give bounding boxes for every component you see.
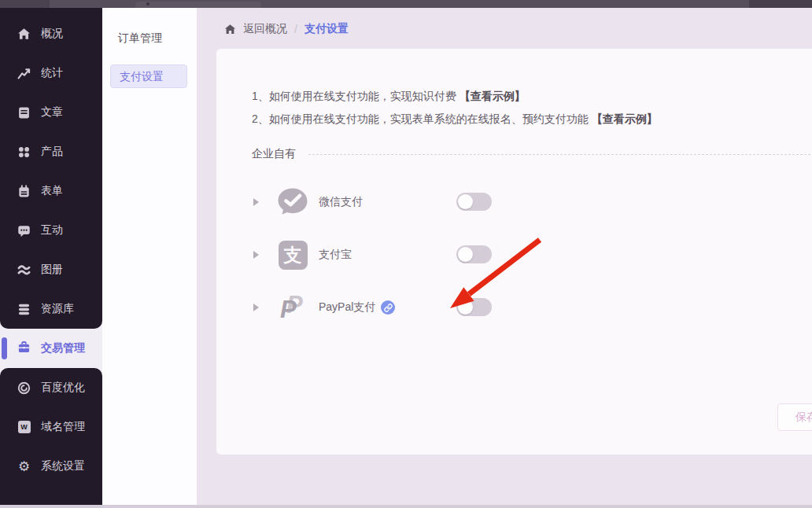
sidebar-item-domains[interactable]: W 域名管理 [0,407,102,447]
paypal-toggle[interactable] [456,298,492,316]
sidebar-item-label: 互动 [41,223,63,237]
sidebar-item-label: 系统设置 [41,459,85,473]
payment-settings-card: 1、如何使用在线支付功能，实现知识付费 【查看示例】 2、如何使用在线支付功能，… [216,49,812,455]
paypal-icon: P P [276,291,309,324]
sidebar-item-label: 域名管理 [41,420,85,434]
sidebar-item-statistics[interactable]: 统计 [0,53,102,93]
domain-letter: W [18,421,31,433]
toggle-knob [458,247,473,262]
sidebar-item-settings[interactable]: ⚙ 系统设置 [0,447,102,486]
home-icon[interactable] [224,24,236,35]
stats-icon [17,67,31,80]
chevron-right-icon[interactable] [253,251,259,259]
home-icon [17,28,31,41]
secondary-sidebar: 订单管理 支付设置 [102,8,197,505]
breadcrumb-separator: / [294,23,297,35]
sidebar-item-products[interactable]: 产品 [0,132,102,171]
sidebar-item-label: 表单 [41,184,63,198]
briefcase-icon [17,341,31,356]
view-example-link-2[interactable]: 【查看示例】 [592,112,658,125]
sidebar-item-articles[interactable]: 文章 [0,93,102,132]
top-bar-tab [135,2,261,8]
help-tip-2: 2、如何使用在线支付功能，实现表单系统的在线报名、预约支付功能 【查看示例】 [252,111,658,127]
sidebar-item-library[interactable]: 资源库 [0,289,102,329]
alipay-glyph: 支 [279,241,308,270]
payment-row-paypal: P P PayPal支付 [252,290,692,325]
alipay-toggle[interactable] [456,245,492,263]
payment-name: 微信支付 [319,195,363,209]
gear-icon: ⚙ [17,460,31,473]
top-bar-right-segment [749,0,812,8]
toggle-knob [458,300,473,315]
top-bar-dot [146,2,149,6]
sidebar-top-block: 概况 统计 文章 产品 表单 [0,8,102,329]
form-icon [17,185,31,198]
main-area: 返回概况 / 支付设置 1、如何使用在线支付功能，实现知识付费 【查看示例】 2… [197,8,812,505]
bottom-scrollbar-strip[interactable] [0,505,812,508]
sidebar-item-baidu-seo[interactable]: 百度优化 [0,368,102,407]
window-top-bar [0,0,812,8]
sidebar-item-label: 产品 [41,145,63,159]
album-waves-icon [17,263,31,277]
top-bar-left-segment [0,0,50,8]
tip-text: 2、如何使用在线支付功能，实现表单系统的在线报名、预约支付功能 [252,112,592,125]
paypal-p-front: P [280,297,297,322]
section-header: 企业自有 [252,146,812,162]
paypal-logo: P P [277,292,308,323]
sidebar-item-label: 百度优化 [41,381,85,395]
sidebar-item-label: 文章 [41,105,63,120]
chevron-right-icon[interactable] [253,304,259,311]
payment-row-wechat: 微信支付 [252,185,692,219]
breadcrumb: 返回概况 / 支付设置 [224,21,349,37]
gear-glyph: ⚙ [18,460,30,473]
submenu-item-payment-settings[interactable]: 支付设置 [110,64,187,88]
primary-sidebar: 概况 统计 文章 产品 表单 [0,8,102,505]
payment-row-alipay: 支 支付宝 [252,237,692,272]
dashed-divider [308,154,812,155]
sidebar-item-label: 图册 [41,263,63,277]
database-icon [17,303,31,316]
sidebar-item-albums[interactable]: 图册 [0,250,102,289]
baidu-optimize-icon [17,381,31,395]
sidebar-bottom-block: 百度优化 W 域名管理 ⚙ 系统设置 [0,368,102,505]
view-example-link-1[interactable]: 【查看示例】 [460,90,526,102]
breadcrumb-current: 支付设置 [304,22,349,36]
product-icon [17,145,31,159]
sidebar-item-label: 交易管理 [41,341,85,355]
toggle-knob [458,194,473,209]
sidebar-item-overview[interactable]: 概况 [0,14,102,53]
help-tip-1: 1、如何使用在线支付功能，实现知识付费 【查看示例】 [252,88,526,104]
section-title: 企业自有 [252,147,296,161]
submenu-item-orders[interactable]: 订单管理 [102,30,197,46]
wechat-pay-icon [276,186,309,219]
chat-bubble-icon [17,224,31,237]
domain-w-icon: W [17,421,31,434]
payment-name: PayPal支付 [319,300,375,315]
alipay-icon: 支 [276,238,309,271]
sidebar-item-trade-management[interactable]: 交易管理 [0,329,102,368]
payment-name: 支付宝 [319,248,352,262]
sidebar-item-label: 统计 [41,66,63,80]
tip-text: 1、如何使用在线支付功能，实现知识付费 [252,90,460,102]
wechat-pay-toggle[interactable] [456,193,492,211]
article-icon [17,106,31,120]
chevron-right-icon[interactable] [253,198,259,206]
sidebar-item-label: 资源库 [41,302,74,316]
sidebar-item-label: 概况 [41,27,63,41]
active-indicator-pill [2,337,7,359]
breadcrumb-back-link[interactable]: 返回概况 [243,22,287,36]
link-icon[interactable] [381,300,395,315]
sidebar-item-interaction[interactable]: 互动 [0,211,102,250]
sidebar-item-forms[interactable]: 表单 [0,171,102,211]
save-button[interactable]: 保存 [777,403,812,431]
